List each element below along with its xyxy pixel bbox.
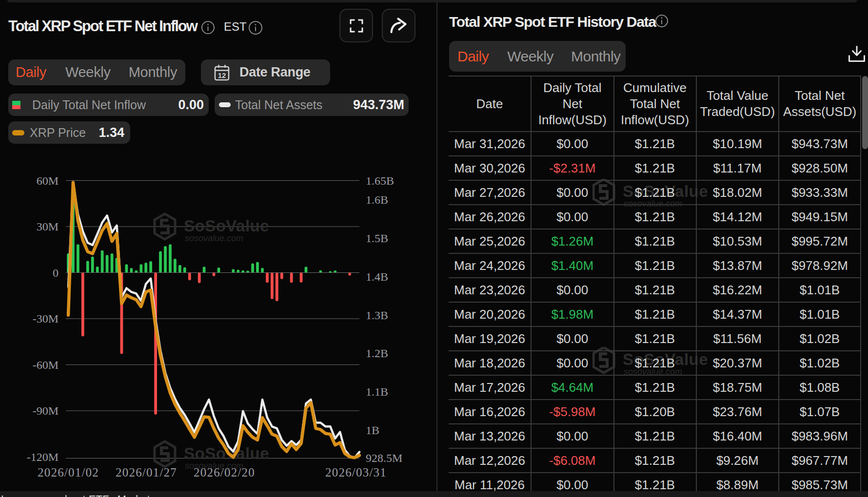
svg-text:1.5B: 1.5B xyxy=(366,232,388,245)
svg-text:-90M: -90M xyxy=(33,404,59,417)
svg-text:-120M: -120M xyxy=(27,451,59,463)
svg-text:SoSoValue: SoSoValue xyxy=(184,217,269,235)
svg-text:-30M: -30M xyxy=(33,312,59,325)
svg-text:1.6B: 1.6B xyxy=(366,193,388,206)
svg-text:0: 0 xyxy=(53,267,59,279)
svg-text:1.3B: 1.3B xyxy=(366,309,388,322)
svg-text:928.5M: 928.5M xyxy=(366,452,402,464)
svg-text:1.2B: 1.2B xyxy=(366,347,388,360)
svg-text:1.4B: 1.4B xyxy=(366,270,388,283)
svg-text:2026/03/31: 2026/03/31 xyxy=(325,466,387,479)
svg-text:-60M: -60M xyxy=(33,359,59,371)
svg-text:60M: 60M xyxy=(37,174,59,187)
svg-text:1.1B: 1.1B xyxy=(366,385,388,398)
svg-text:2026/02/20: 2026/02/20 xyxy=(194,466,255,479)
svg-text:2026/01/02: 2026/01/02 xyxy=(38,466,99,479)
svg-text:30M: 30M xyxy=(37,220,59,233)
svg-text:sosovalue.com: sosovalue.com xyxy=(185,233,243,243)
svg-text:2026/01/27: 2026/01/27 xyxy=(116,466,177,479)
svg-text:1B: 1B xyxy=(366,424,379,437)
svg-text:1.65B: 1.65B xyxy=(366,174,394,187)
